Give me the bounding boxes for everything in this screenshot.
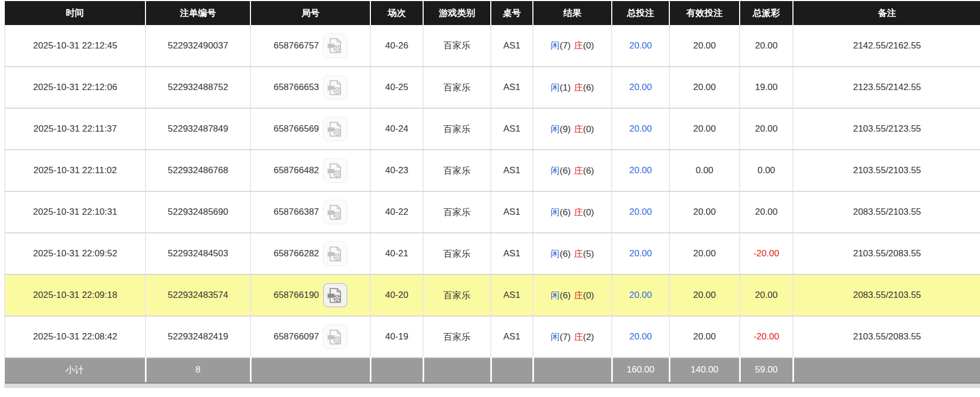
bet-history-table: 时间 注单编号 局号 场次 游戏类别 桌号 结果 总投注 有效投注 总派彩 备注… [4,1,980,384]
column-header-remark: 备注 [793,1,980,25]
cell-bet-number: 522932484503 [145,233,250,274]
cell-valid-bet: 20.00 [669,274,740,316]
cell-table-number: AS1 [491,191,533,233]
column-header-bet-number: 注单编号 [145,1,250,25]
video-replay-icon [326,204,344,221]
page-bottom-strip [4,384,980,388]
result-player-value: (7) [560,332,571,342]
cell-round-number: 658766097 [250,316,370,358]
column-header-time: 时间 [5,1,145,25]
cell-remark: 2123.55/2142.55 [793,67,980,108]
cell-table-number: AS1 [491,316,533,358]
video-replay-button[interactable] [323,241,347,266]
cell-total-bet: 20.00 [612,150,669,191]
payout-amount: 20.00 [755,290,778,300]
table-body: 2025-10-31 22:12:45 522932490037 6587667… [5,25,980,358]
table-row: 2025-10-31 22:12:06 522932488752 6587666… [5,67,980,108]
result-player-label: 闲 [550,332,560,342]
column-header-valid-bet: 有效投注 [669,1,740,25]
cell-session: 40-24 [370,108,423,150]
cell-game-type: 百家乐 [423,150,491,191]
column-header-total-payout: 总派彩 [740,1,793,25]
cell-session: 40-23 [370,150,423,191]
column-header-session: 场次 [370,1,423,25]
video-replay-button[interactable] [323,158,347,183]
header-row: 时间 注单编号 局号 场次 游戏类别 桌号 结果 总投注 有效投注 总派彩 备注 [5,1,980,25]
video-replay-button[interactable] [323,325,347,349]
video-replay-button[interactable] [323,117,347,141]
cell-valid-bet: 20.00 [669,233,740,274]
cell-round-number: 658766569 [250,108,370,150]
total-bet-amount: 20.00 [629,165,652,175]
video-replay-button[interactable] [323,283,347,307]
cell-game-type: 百家乐 [423,67,491,108]
payout-amount: 0.00 [757,165,775,175]
cell-valid-bet: 0.00 [669,150,740,191]
payout-amount: -20.00 [754,248,779,258]
round-number: 658766482 [273,165,319,176]
payout-amount: 20.00 [755,207,778,217]
result-banker-label: 庄 [574,249,583,259]
cell-table-number: AS1 [491,108,533,150]
cell-round-number: 658766387 [250,191,370,233]
cell-result: 闲(9)庄(0) [533,108,612,150]
cell-round-number: 658766482 [250,150,370,191]
table-row: 2025-10-31 22:11:37 522932487849 6587665… [5,108,980,150]
cell-remark: 2103.55/2083.55 [793,316,980,358]
cell-game-type: 百家乐 [423,191,491,233]
round-number: 658766190 [273,290,319,301]
result-player-label: 闲 [550,124,560,134]
subtotal-empty-cell [423,358,491,383]
cell-total-payout: 20.00 [740,25,793,67]
cell-total-bet: 20.00 [612,108,669,150]
cell-total-bet: 20.00 [612,25,669,67]
result-player-label: 闲 [550,290,560,301]
result-banker-label: 庄 [574,166,583,176]
column-header-result: 结果 [533,1,612,25]
cell-session: 40-21 [370,233,423,274]
cell-total-bet: 20.00 [612,274,669,316]
cell-session: 40-19 [370,316,423,358]
cell-bet-number: 522932483574 [145,274,250,316]
result-banker-value: (5) [583,249,594,259]
subtotal-empty-cell [533,358,612,383]
column-header-table-number: 桌号 [491,1,533,25]
payout-amount: -20.00 [754,331,779,342]
cell-game-type: 百家乐 [423,25,491,67]
result-player-value: (6) [560,207,571,217]
cell-table-number: AS1 [491,274,533,316]
cell-total-bet: 20.00 [612,67,669,108]
subtotal-valid-bet: 140.00 [669,358,740,383]
cell-total-payout: -20.00 [740,316,793,358]
payout-amount: 19.00 [755,82,778,92]
video-replay-button[interactable] [323,34,347,58]
cell-valid-bet: 20.00 [669,25,740,67]
cell-time: 2025-10-31 22:08:42 [5,316,145,358]
cell-total-payout: 0.00 [740,150,793,191]
cell-time: 2025-10-31 22:12:06 [5,67,145,108]
video-replay-icon [326,162,344,180]
video-replay-button[interactable] [323,75,347,100]
cell-result: 闲(6)庄(0) [533,274,612,316]
total-bet-amount: 20.00 [629,40,652,51]
result-banker-label: 庄 [574,40,583,51]
result-banker-value: (6) [583,83,594,93]
cell-remark: 2103.55/2123.55 [793,108,980,150]
result-banker-value: (0) [583,290,594,301]
video-replay-icon [326,287,344,304]
cell-time: 2025-10-31 22:11:37 [5,108,145,150]
result-player-value: (6) [560,166,571,176]
subtotal-label: 小计 [5,358,145,383]
subtotal-total-payout: 59.00 [740,358,793,383]
table-row: 2025-10-31 22:09:52 522932484503 6587662… [5,233,980,274]
subtotal-count: 8 [145,358,250,383]
subtotal-total-bet: 160.00 [612,358,669,383]
column-header-game-type: 游戏类别 [423,1,491,25]
total-bet-amount: 20.00 [629,290,652,300]
result-player-value: (6) [560,290,571,301]
result-player-value: (6) [560,249,571,259]
cell-total-payout: 20.00 [740,108,793,150]
cell-game-type: 百家乐 [423,274,491,316]
result-player-label: 闲 [550,249,560,259]
video-replay-button[interactable] [323,200,347,224]
